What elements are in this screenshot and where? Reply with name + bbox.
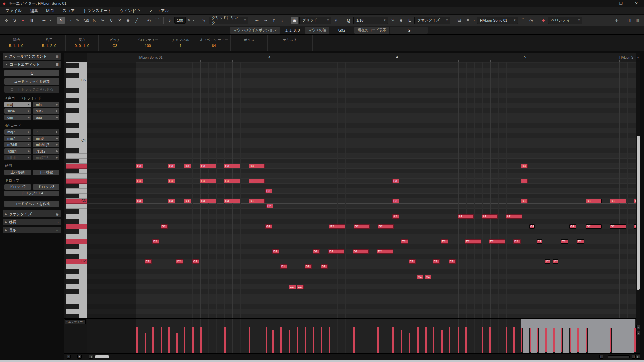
- midi-note[interactable]: G2: [610, 224, 626, 229]
- section-header-transpose[interactable]: ▶移調♪: [3, 219, 61, 225]
- length-quantize-combo[interactable]: クオンタイズ...▼: [414, 17, 450, 24]
- midi-note[interactable]: C3: [224, 199, 240, 203]
- velocity-bar[interactable]: [377, 327, 379, 353]
- piano-key[interactable]: [66, 274, 87, 279]
- note-velocity-icon[interactable]: ♪: [166, 17, 173, 24]
- velocity-bar[interactable]: [610, 328, 612, 353]
- info-field-value[interactable]: 64: [212, 44, 216, 48]
- velocity-bar[interactable]: [586, 328, 588, 353]
- mute-tool[interactable]: ✕: [116, 17, 123, 24]
- midi-note[interactable]: B1: [321, 264, 328, 269]
- add-lane-button[interactable]: +: [67, 355, 71, 359]
- chord-button-上へ移動[interactable]: 上へ移動: [4, 170, 31, 175]
- velocity-bar[interactable]: [489, 327, 491, 353]
- vertical-scrollbar[interactable]: [636, 62, 640, 318]
- chord-button-aug[interactable]: aug▶: [33, 115, 59, 120]
- piano-key[interactable]: [66, 314, 87, 318]
- swing-icon[interactable]: e: [397, 17, 405, 24]
- midi-note[interactable]: B1: [280, 264, 287, 269]
- midi-note[interactable]: C3: [521, 199, 528, 203]
- range-selection-tool[interactable]: ▭: [66, 17, 73, 24]
- scroll-up-button[interactable]: ▾: [636, 55, 640, 61]
- piano-key[interactable]: [66, 189, 87, 194]
- info-field-value[interactable]: C3: [112, 44, 117, 48]
- velocity-bar[interactable]: [192, 327, 194, 353]
- midi-note[interactable]: E3: [392, 179, 399, 183]
- section-header-quantize[interactable]: ▶クオンタイズ◉: [3, 210, 61, 217]
- piano-key[interactable]: [66, 108, 87, 113]
- object-selection-tool[interactable]: ↖: [57, 17, 65, 24]
- add-chord-track-button[interactable]: コードトラックを追加: [4, 78, 59, 85]
- velocity-bar[interactable]: [569, 328, 571, 353]
- midi-note[interactable]: E3: [249, 179, 265, 183]
- event-color-icon[interactable]: ◆: [540, 17, 547, 24]
- midi-note[interactable]: C3: [392, 199, 399, 203]
- piano-key[interactable]: [66, 164, 87, 169]
- midi-note[interactable]: B2: [266, 204, 273, 208]
- grid-type-combo[interactable]: グリッド▼: [299, 17, 331, 24]
- velocity-bar[interactable]: [425, 327, 427, 353]
- snap-icon[interactable]: ⊞: [291, 17, 298, 24]
- piano-key[interactable]: [66, 204, 87, 209]
- midi-note[interactable]: E3: [136, 179, 143, 183]
- midi-note[interactable]: E2: [537, 239, 542, 244]
- midi-note[interactable]: A2: [506, 214, 522, 219]
- piano-key[interactable]: [66, 209, 87, 214]
- piano-key[interactable]: [66, 159, 87, 164]
- velocity-bar[interactable]: [305, 327, 306, 353]
- velocity-bar[interactable]: [521, 328, 523, 353]
- piano-key[interactable]: [66, 169, 87, 174]
- lane-zoom-in-button[interactable]: +: [636, 331, 640, 335]
- curve-icon[interactable]: ⌒: [154, 17, 161, 24]
- midi-note[interactable]: G2: [161, 224, 168, 229]
- piano-key[interactable]: [66, 234, 87, 239]
- midi-note[interactable]: E2: [577, 239, 584, 244]
- piano-key[interactable]: [66, 244, 87, 249]
- velocity-bar[interactable]: [465, 327, 467, 353]
- velocity-stepper-icon[interactable]: ⇅: [187, 17, 191, 24]
- piano-key[interactable]: [66, 239, 87, 244]
- piano-key[interactable]: [66, 128, 87, 133]
- midi-note[interactable]: E3: [200, 179, 216, 183]
- velocity-bar[interactable]: [458, 327, 459, 353]
- chord-button-7[interactable]: 7▶: [33, 129, 59, 135]
- velocity-bar[interactable]: [200, 327, 202, 353]
- midi-note[interactable]: G2: [569, 224, 576, 229]
- info-field-value[interactable]: 100: [145, 44, 151, 48]
- info-field-value[interactable]: 0. 0. 1. 0: [75, 44, 89, 48]
- zoom-in-h-button[interactable]: ▸: [636, 355, 640, 359]
- close-button[interactable]: ✕: [629, 0, 644, 7]
- menu-item-トランスポート[interactable]: トランスポート: [79, 7, 116, 14]
- minimize-button[interactable]: –: [598, 0, 613, 7]
- info-field-value[interactable]: 5. 1. 1. 0: [9, 44, 23, 48]
- chord-button-maj[interactable]: maj▶: [4, 102, 31, 107]
- info-field-value[interactable]: 1: [179, 44, 181, 48]
- iterative-quantize-icon[interactable]: ¾: [389, 17, 396, 24]
- velocity-bar[interactable]: [545, 328, 547, 353]
- piano-key[interactable]: [66, 73, 87, 78]
- chord-button-7sus4[interactable]: 7sus4▶: [4, 148, 31, 154]
- midi-note[interactable]: C2: [433, 259, 440, 264]
- midi-note[interactable]: A1: [425, 275, 431, 279]
- draw-tool[interactable]: ✎: [74, 17, 82, 24]
- menu-item-ウィンドウ[interactable]: ウィンドウ: [116, 7, 144, 14]
- scroll-left-button[interactable]: ◂: [89, 355, 93, 359]
- velocity-bar[interactable]: [176, 333, 178, 353]
- midi-note[interactable]: G3: [136, 164, 143, 168]
- velocity-bar[interactable]: [449, 327, 450, 353]
- chord-button-sus4[interactable]: sus4▶: [4, 108, 31, 114]
- midi-note[interactable]: E3: [224, 179, 240, 183]
- chord-button-ドロップ2[interactable]: ドロップ2: [4, 184, 31, 190]
- midi-note[interactable]: C3: [586, 199, 602, 203]
- midi-note[interactable]: D2: [313, 249, 320, 254]
- midi-note[interactable]: G2: [529, 224, 535, 229]
- piano-key[interactable]: [66, 219, 87, 224]
- piano-key[interactable]: [66, 88, 87, 93]
- piano-key[interactable]: [66, 113, 87, 118]
- midi-note[interactable]: C3: [249, 199, 265, 203]
- velocity-bar[interactable]: [152, 327, 154, 353]
- velocity-bar[interactable]: [161, 327, 162, 353]
- pin-icon[interactable]: ✜: [3, 17, 10, 24]
- chord-button-maj7/#5[interactable]: maj7/#5▶: [33, 155, 59, 160]
- piano-key[interactable]: [66, 68, 87, 73]
